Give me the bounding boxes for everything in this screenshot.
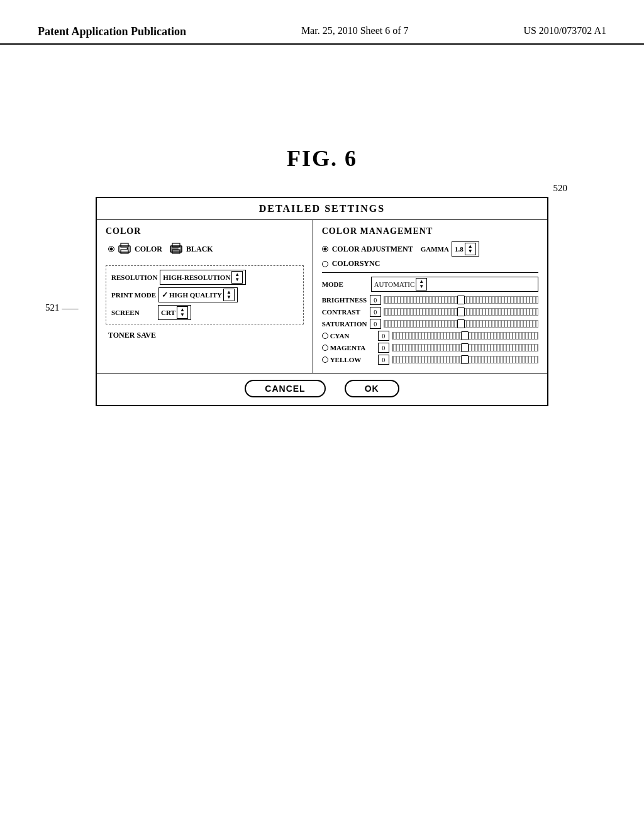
contrast-label: CONTRAST	[322, 308, 367, 316]
saturation-row: SATURATION 0	[322, 319, 538, 329]
screen-row: SCREEN CRT ▲ ▼	[111, 305, 298, 320]
toner-save: TONER SAVE	[106, 331, 304, 340]
cyan-row: CYAN 0	[322, 331, 538, 341]
magenta-radio-group: MAGENTA	[322, 344, 375, 351]
yellow-row: YELLOW 0	[322, 355, 538, 365]
mode-value: AUTOMATIC	[374, 280, 415, 288]
cancel-button[interactable]: CANCEL	[245, 380, 325, 397]
yellow-slider[interactable]	[392, 356, 538, 363]
divider	[322, 272, 538, 273]
print-mode-row: PRINT MODE ✓ HIGH QUALITY ▲ ▼	[111, 287, 298, 302]
contrast-row: CONTRAST 0	[322, 307, 538, 317]
page-header: Patent Application Publication Mar. 25, …	[0, 0, 644, 45]
mode-label: MODE	[322, 280, 367, 288]
right-panel: COLOR MANAGEMENT COLOR ADJUSTMENT GAMMA …	[313, 220, 547, 373]
print-mode-value: HIGH QUALITY	[169, 291, 222, 299]
color-option-color[interactable]: COLOR	[108, 241, 162, 257]
screen-stepper[interactable]: ▲ ▼	[177, 306, 188, 319]
colorsync-row: COLORSYNC	[322, 259, 538, 268]
contrast-thumb[interactable]	[457, 307, 465, 316]
screen-dropdown[interactable]: CRT ▲ ▼	[158, 305, 191, 320]
yellow-value: 0	[378, 355, 389, 365]
gamma-stepper[interactable]: ▲ ▼	[465, 243, 476, 255]
figure-title: FIG. 6	[0, 145, 644, 172]
cyan-thumb[interactable]	[461, 331, 469, 340]
dialog-footer: CANCEL OK	[97, 373, 547, 405]
brightness-value: 0	[370, 295, 381, 305]
radio-yellow[interactable]	[322, 357, 328, 363]
resolution-value: HIGH-RESOLUTION	[163, 274, 230, 281]
gamma-value: 1.8	[455, 245, 464, 253]
magenta-row: MAGENTA 0	[322, 343, 538, 353]
magenta-slider[interactable]	[392, 344, 538, 351]
svg-rect-2	[121, 250, 128, 253]
yellow-label: YELLOW	[330, 356, 375, 363]
saturation-value: 0	[370, 319, 381, 329]
cyan-radio-group: CYAN	[322, 332, 375, 340]
dashed-settings: RESOLUTION HIGH-RESOLUTION ▲ ▼ PRINT MOD…	[106, 265, 304, 324]
dialog-area: 520 DETAILED SETTINGS COLOR	[96, 197, 548, 406]
magenta-thumb[interactable]	[461, 343, 469, 352]
dialog-body: COLOR CO	[97, 220, 547, 373]
brightness-slider[interactable]	[384, 296, 538, 304]
header-left: Patent Application Publication	[38, 25, 186, 38]
label-520: 520	[553, 183, 568, 194]
printer-icon-black	[169, 241, 184, 257]
dialog-box: DETAILED SETTINGS COLOR	[96, 197, 548, 406]
cyan-slider[interactable]	[392, 332, 538, 340]
saturation-slider[interactable]	[384, 320, 538, 328]
gamma-box: GAMMA 1.8 ▲ ▼	[421, 241, 479, 257]
label-521: 521	[45, 302, 60, 313]
yellow-thumb[interactable]	[461, 355, 469, 364]
brightness-thumb[interactable]	[457, 296, 465, 304]
screen-label: SCREEN	[111, 309, 155, 316]
brightness-label: BRIGHTNESS	[322, 296, 367, 304]
saturation-thumb[interactable]	[457, 319, 465, 328]
color-buttons: COLOR BLACK	[106, 241, 304, 257]
cyan-value: 0	[378, 331, 389, 341]
print-mode-dropdown[interactable]: ✓ HIGH QUALITY ▲ ▼	[158, 287, 238, 302]
print-mode-stepper[interactable]: ▲ ▼	[223, 289, 235, 301]
resolution-stepper[interactable]: ▲ ▼	[231, 271, 243, 284]
ok-button[interactable]: OK	[345, 380, 399, 397]
screen-value: CRT	[161, 309, 175, 316]
contrast-value: 0	[370, 307, 381, 317]
black-label: BLACK	[186, 245, 213, 254]
mode-dropdown[interactable]: AUTOMATIC ▲ ▼	[371, 277, 538, 292]
resolution-dropdown[interactable]: HIGH-RESOLUTION ▲ ▼	[160, 270, 246, 285]
cyan-label: CYAN	[330, 332, 375, 340]
header-center: Mar. 25, 2010 Sheet 6 of 7	[301, 25, 409, 36]
resolution-row: RESOLUTION HIGH-RESOLUTION ▲ ▼	[111, 270, 298, 285]
radio-color-adjustment[interactable]	[322, 246, 328, 252]
left-section-title: COLOR	[106, 226, 304, 236]
brightness-row: BRIGHTNESS 0	[322, 295, 538, 305]
color-adjustment-row: COLOR ADJUSTMENT GAMMA 1.8 ▲ ▼	[322, 241, 538, 257]
arrow-521: ——	[62, 303, 79, 313]
color-adjustment-label: COLOR ADJUSTMENT	[332, 245, 413, 254]
gamma-value-box[interactable]: 1.8 ▲ ▼	[452, 241, 479, 257]
radio-magenta[interactable]	[322, 345, 328, 351]
mode-row: MODE AUTOMATIC ▲ ▼	[322, 277, 538, 292]
svg-point-3	[127, 248, 129, 250]
left-panel: COLOR CO	[97, 220, 313, 373]
yellow-radio-group: YELLOW	[322, 356, 375, 363]
dialog-title: DETAILED SETTINGS	[97, 198, 547, 220]
svg-point-7	[179, 248, 180, 250]
contrast-slider[interactable]	[384, 308, 538, 316]
saturation-label: SATURATION	[322, 320, 367, 328]
right-section-title: COLOR MANAGEMENT	[322, 226, 538, 236]
color-option-black[interactable]: BLACK	[169, 241, 213, 257]
print-mode-label: PRINT MODE	[111, 291, 156, 299]
header-right: US 2010/073702 A1	[523, 25, 606, 36]
resolution-label: RESOLUTION	[111, 274, 157, 281]
checkmark-icon: ✓	[162, 290, 168, 300]
radio-colorsync[interactable]	[322, 261, 328, 267]
radio-color[interactable]	[108, 246, 114, 252]
mode-stepper[interactable]: ▲ ▼	[416, 278, 427, 290]
label-521-container: 521 ——	[45, 302, 79, 313]
printer-icon-color	[117, 241, 132, 257]
radio-cyan[interactable]	[322, 333, 328, 339]
svg-rect-1	[121, 243, 128, 247]
magenta-label: MAGENTA	[330, 344, 375, 351]
color-label: COLOR	[135, 245, 162, 254]
